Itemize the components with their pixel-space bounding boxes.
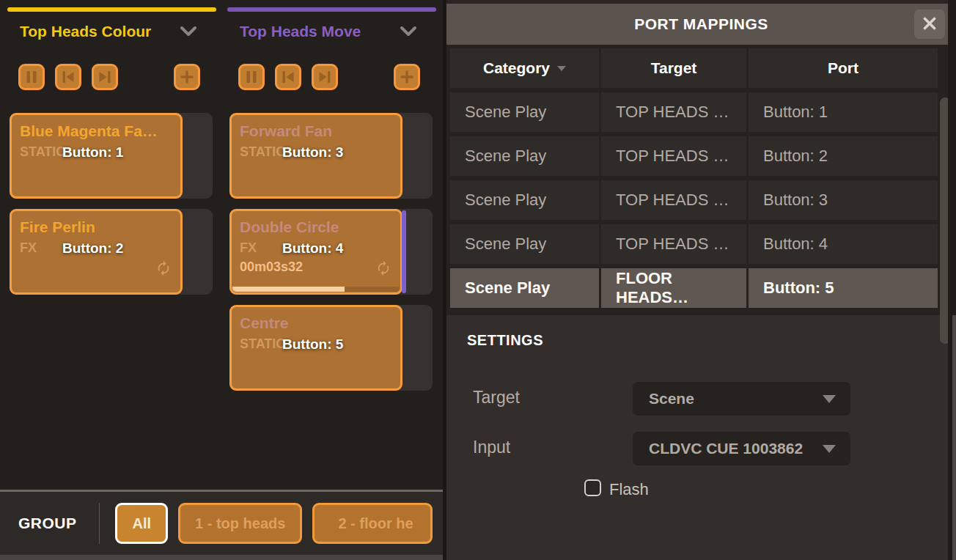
scene-tile-double-circle[interactable]: Double Circle FX Button: 4 00m03s32 <box>229 209 402 295</box>
scene-slot: Blue Magenta Fa… STATIC Button: 1 <box>10 113 213 199</box>
table-cell-target[interactable]: TOP HEADS … <box>601 224 746 264</box>
panel-right-edge-light <box>952 315 956 560</box>
scene-tile-fire-perlin[interactable]: Fire Perlin FX Button: 2 <box>10 209 183 295</box>
port-mappings-table: Category Target Port Scene Play TOP HEAD… <box>450 48 938 308</box>
table-cell-category[interactable]: Scene Play <box>450 224 599 264</box>
column-header-port[interactable]: Port <box>749 48 938 88</box>
input-dropdown[interactable]: CLDVC CUE 1003862 <box>633 432 850 465</box>
table-cell-category[interactable]: Scene Play <box>450 136 599 176</box>
table-cell-port-selected[interactable]: Button: 5 <box>749 268 938 308</box>
target-dropdown[interactable]: Scene <box>633 382 850 416</box>
target-field-label: Target <box>473 388 520 408</box>
table-cell-target[interactable]: TOP HEADS … <box>601 180 746 220</box>
pause-button[interactable] <box>18 64 45 90</box>
column-header-category[interactable]: Category <box>450 48 599 88</box>
scene-port-overlay: Button: 4 <box>282 240 343 257</box>
table-cell-category-selected[interactable]: Scene Play <box>450 268 599 308</box>
scene-tile-centre[interactable]: Centre STATIC Button: 5 <box>229 305 402 391</box>
scene-title: Centre <box>240 314 392 333</box>
skip-back-button[interactable] <box>55 64 81 90</box>
bank-top-heads-colour: Top Heads Colour Blue Magenta Fa… <box>7 0 216 305</box>
table-cell-port[interactable]: Button: 3 <box>749 180 938 220</box>
loop-icon <box>375 260 391 279</box>
scene-category-label: STATIC <box>20 144 65 159</box>
table-cell-port[interactable]: Button: 2 <box>749 136 938 176</box>
bank-accent-bar <box>7 7 216 12</box>
scene-progress-bar <box>232 287 400 292</box>
group-button-all[interactable]: All <box>115 503 168 544</box>
input-dropdown-value: CLDVC CUE 1003862 <box>649 440 803 457</box>
scene-slot: Fire Perlin FX Button: 2 <box>10 209 213 295</box>
transport-controls <box>238 64 420 90</box>
scene-title: Fire Perlin <box>20 218 172 237</box>
group-button-floor-heads[interactable]: 2 - floor he <box>312 503 433 544</box>
table-cell-port[interactable]: Button: 1 <box>749 92 938 132</box>
input-field-label: Input <box>473 438 510 457</box>
scene-category-label: STATIC <box>240 336 285 351</box>
loop-icon <box>155 260 172 279</box>
chevron-down-icon[interactable] <box>400 26 417 37</box>
port-mappings-panel: PORT MAPPINGS Category Target Port Scene… <box>443 0 956 560</box>
pause-button[interactable] <box>238 64 265 90</box>
scene-category-label: FX <box>20 240 37 255</box>
scene-slot: Forward Fan STATIC Button: 3 <box>229 113 433 199</box>
table-cell-target[interactable]: TOP HEADS … <box>601 136 746 176</box>
transport-controls <box>18 64 200 90</box>
bank-accent-bar <box>227 7 436 12</box>
scene-port-overlay: Button: 5 <box>282 336 343 353</box>
scene-title: Blue Magenta Fa… <box>20 122 172 141</box>
scene-port-overlay: Button: 2 <box>62 240 123 257</box>
group-bar: GROUP All 1 - top heads 2 - floor he <box>0 490 443 555</box>
add-scene-button[interactable] <box>174 64 200 90</box>
target-dropdown-value: Scene <box>649 390 694 408</box>
scene-category-label: STATIC <box>240 144 285 159</box>
skip-forward-button[interactable] <box>92 64 118 90</box>
scene-category-label: FX <box>240 240 257 255</box>
scene-slot: Centre STATIC Button: 5 <box>229 305 433 391</box>
skip-back-button[interactable] <box>275 64 301 90</box>
scene-port-overlay: Button: 3 <box>282 144 343 161</box>
table-cell-category[interactable]: Scene Play <box>450 180 599 220</box>
table-cell-port[interactable]: Button: 4 <box>749 224 938 264</box>
skip-forward-button[interactable] <box>312 64 338 90</box>
window-bottom-edge <box>0 555 443 560</box>
column-header-label: Port <box>828 59 858 77</box>
dropdown-triangle-icon <box>823 395 836 403</box>
sort-desc-icon <box>557 66 566 71</box>
panel-title: PORT MAPPINGS <box>634 15 768 33</box>
flash-checkbox-label: Flash <box>609 480 649 499</box>
add-scene-button[interactable] <box>394 64 420 90</box>
scene-slot: Double Circle FX Button: 4 00m03s32 <box>229 209 433 295</box>
column-header-label: Category <box>483 59 550 77</box>
scene-tile-forward-fan[interactable]: Forward Fan STATIC Button: 3 <box>229 113 402 199</box>
scene-title: Forward Fan <box>240 122 392 141</box>
port-mappings-table-zone: Category Target Port Scene Play TOP HEAD… <box>446 45 948 315</box>
group-bar-label: GROUP <box>18 515 77 532</box>
close-icon <box>922 15 938 34</box>
flash-checkbox[interactable] <box>584 479 601 496</box>
scene-port-overlay: Button: 1 <box>62 144 123 161</box>
bank-title: Top Heads Colour <box>20 23 151 40</box>
settings-heading: SETTINGS <box>467 332 543 349</box>
scene-progress-fill <box>232 287 345 292</box>
table-cell-target-selected[interactable]: FLOOR HEADS… <box>601 268 746 308</box>
dropdown-triangle-icon <box>823 445 836 453</box>
column-header-target[interactable]: Target <box>601 48 746 88</box>
close-button[interactable] <box>914 10 945 39</box>
group-button-top-heads[interactable]: 1 - top heads <box>178 503 302 544</box>
scene-workspace: Top Heads Colour Blue Magenta Fa… <box>0 0 443 560</box>
column-header-label: Target <box>651 59 697 77</box>
bank-top-heads-move: Top Heads Move Forward Fan <box>227 0 436 401</box>
table-cell-category[interactable]: Scene Play <box>450 92 599 132</box>
scene-tile-blue-magenta[interactable]: Blue Magenta Fa… STATIC Button: 1 <box>10 113 183 199</box>
scene-timer: 00m03s32 <box>240 259 392 275</box>
chevron-down-icon[interactable] <box>180 26 197 37</box>
scene-title: Double Circle <box>240 218 392 237</box>
group-bar-divider <box>99 503 100 544</box>
table-cell-target[interactable]: TOP HEADS … <box>601 92 746 132</box>
bank-title: Top Heads Move <box>240 23 361 40</box>
panel-header: PORT MAPPINGS <box>446 4 956 45</box>
